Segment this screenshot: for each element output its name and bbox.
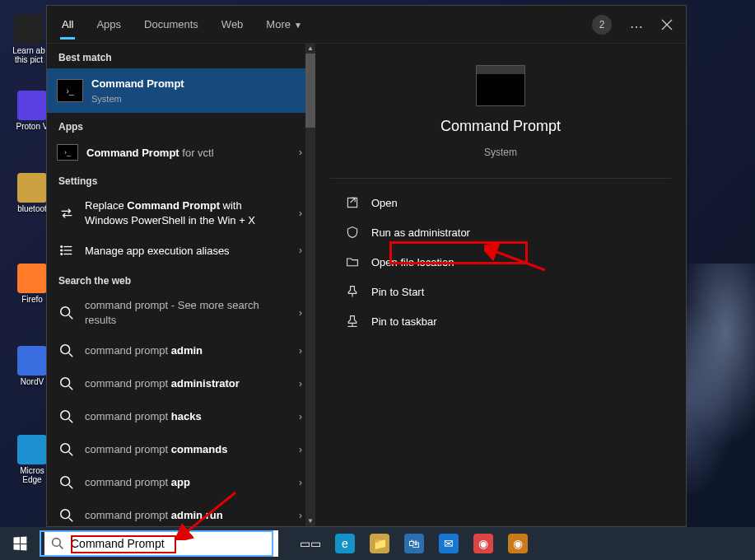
preview-action-open-file-location[interactable]: Open file location — [337, 248, 664, 276]
mail-icon[interactable]: ✉ — [431, 527, 466, 560]
web-result[interactable]: command prompt hacks› — [47, 400, 315, 433]
search-tab-web[interactable]: Web — [210, 10, 255, 39]
svg-point-18 — [61, 476, 70, 485]
result-label: command prompt app — [85, 475, 287, 490]
pin-start-icon — [345, 284, 360, 299]
search-input[interactable] — [71, 537, 272, 550]
app-result[interactable]: ›_Command Prompt for vctl› — [47, 138, 315, 167]
scroll-thumb[interactable] — [305, 54, 315, 128]
settings-result[interactable]: Manage app execution aliases› — [47, 234, 315, 267]
shield-icon — [345, 225, 360, 240]
result-label: Command Prompt for vctl — [86, 146, 287, 161]
preview-action-run-as-administrator[interactable]: Run as administrator — [337, 218, 664, 246]
chevron-right-icon[interactable]: › — [296, 477, 305, 488]
result-label: command prompt hacks — [85, 409, 287, 424]
chevron-right-icon[interactable]: › — [296, 208, 305, 219]
results-scrollbar[interactable]: ▲ ▼ — [305, 44, 315, 526]
search-tab-more[interactable]: More▼ — [254, 10, 314, 39]
svg-line-27 — [59, 545, 63, 548]
app-icon — [17, 264, 47, 293]
app-icon — [14, 15, 44, 44]
web-result[interactable]: command prompt admin› — [47, 334, 315, 367]
scroll-up-arrow[interactable]: ▲ — [305, 44, 315, 54]
section-header-web: Search the web — [47, 267, 315, 292]
windows-logo-icon — [13, 537, 26, 551]
chevron-right-icon[interactable]: › — [296, 411, 305, 422]
section-header-best-match: Best match — [47, 44, 315, 68]
app-glyph-icon: 📁 — [370, 534, 389, 553]
svg-point-14 — [61, 410, 70, 419]
web-result[interactable]: command prompt admin run› — [47, 499, 315, 526]
taskbar: ▭▭e📁🛍✉◉◉ — [0, 527, 755, 560]
result-label: command prompt - See more search results — [85, 298, 287, 327]
search-icon — [57, 473, 77, 492]
chrome-icon[interactable]: ◉ — [466, 527, 501, 560]
svg-point-7 — [61, 254, 63, 255]
chevron-right-icon[interactable]: › — [296, 147, 305, 158]
chevron-right-icon[interactable]: › — [296, 245, 305, 256]
search-icon — [57, 407, 77, 427]
action-label: Open — [371, 197, 398, 209]
web-result[interactable]: command prompt commands› — [47, 433, 315, 466]
result-label: command prompt administrator — [85, 376, 287, 391]
svg-point-16 — [61, 443, 70, 452]
chevron-right-icon[interactable]: › — [296, 378, 305, 390]
chevron-right-icon[interactable]: › — [296, 345, 305, 357]
app-icon — [17, 435, 47, 464]
best-match-result[interactable]: Command Prompt System — [47, 68, 315, 113]
recent-count-badge[interactable]: 2 — [592, 15, 612, 35]
web-result[interactable]: command prompt app› — [47, 466, 315, 499]
pin-task-icon — [345, 314, 360, 329]
web-result[interactable]: command prompt administrator› — [47, 367, 315, 400]
app-glyph-icon: e — [335, 534, 355, 553]
close-button[interactable] — [653, 11, 681, 39]
store-icon[interactable]: 🛍 — [397, 527, 431, 560]
search-flyout: AllAppsDocumentsWebMore▼ 2 ⋯ Best match … — [46, 5, 687, 527]
preview-action-open[interactable]: Open — [337, 189, 664, 217]
list-icon — [57, 240, 77, 260]
result-label: Manage app execution aliases — [85, 244, 287, 259]
chevron-right-icon[interactable]: › — [296, 307, 305, 319]
result-label: command prompt commands — [85, 442, 287, 457]
action-label: Run as administrator — [371, 226, 470, 239]
chrome-canary-icon[interactable]: ◉ — [501, 527, 535, 560]
chevron-right-icon[interactable]: › — [296, 444, 305, 455]
start-button[interactable] — [0, 527, 40, 560]
settings-result[interactable]: Replace Command Prompt with Windows Powe… — [47, 192, 315, 234]
action-label: Open file location — [371, 256, 454, 268]
svg-point-6 — [61, 250, 63, 252]
options-button[interactable]: ⋯ — [622, 11, 650, 39]
svg-point-26 — [53, 539, 61, 547]
scroll-down-arrow[interactable]: ▼ — [305, 516, 315, 526]
desktop-icon[interactable]: Learn ab this pict — [8, 15, 49, 64]
taskbar-search-box[interactable] — [44, 530, 278, 557]
best-match-subtitle: System — [91, 93, 305, 105]
task-view-icon[interactable]: ▭▭ — [293, 527, 328, 560]
svg-line-15 — [69, 418, 73, 422]
search-tab-all[interactable]: All — [50, 10, 85, 39]
result-label: command prompt admin run — [85, 508, 287, 523]
explorer-icon[interactable]: 📁 — [362, 527, 397, 560]
svg-line-21 — [69, 517, 73, 521]
web-result[interactable]: command prompt - See more search results… — [47, 292, 315, 334]
chevron-right-icon[interactable]: › — [296, 510, 305, 521]
preview-action-pin-to-start[interactable]: Pin to Start — [337, 278, 664, 306]
search-tab-documents[interactable]: Documents — [133, 10, 210, 39]
result-label: Replace Command Prompt with Windows Powe… — [85, 198, 287, 227]
chevron-down-icon: ▼ — [294, 21, 302, 30]
command-prompt-icon: ›_ — [57, 144, 78, 161]
svg-point-8 — [61, 307, 70, 316]
svg-point-5 — [61, 246, 63, 248]
svg-point-10 — [61, 344, 70, 353]
section-header-settings: Settings — [47, 167, 315, 192]
preview-action-pin-to-taskbar[interactable]: Pin to taskbar — [337, 307, 664, 335]
svg-line-11 — [69, 352, 73, 357]
command-prompt-icon — [57, 79, 83, 102]
open-icon — [345, 195, 360, 210]
svg-line-19 — [69, 484, 73, 488]
app-icon — [17, 346, 47, 376]
edge-icon[interactable]: e — [328, 527, 362, 560]
preview-app-icon — [476, 65, 525, 106]
preview-title: Command Prompt — [440, 118, 561, 135]
search-tab-apps[interactable]: Apps — [85, 10, 133, 39]
